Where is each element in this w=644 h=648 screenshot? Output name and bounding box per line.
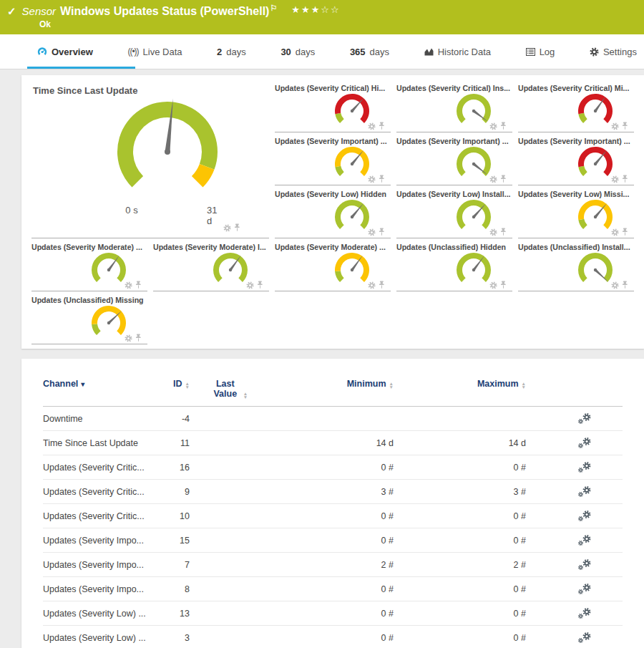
tab-2-days[interactable]: 2 days (214, 34, 249, 69)
channel-gauge-panel: Updates (Severity Low) Install... (396, 190, 512, 238)
sensor-kind-label: Sensor (22, 4, 57, 19)
id-cell: 10 (165, 511, 190, 521)
gear-icon[interactable] (611, 175, 619, 183)
channel-settings-gears-icon[interactable] (577, 437, 592, 449)
maximum-cell: 0 # (394, 536, 526, 546)
pin-icon[interactable] (379, 175, 385, 183)
pin-icon[interactable] (135, 334, 142, 342)
pin-icon[interactable] (500, 228, 507, 236)
pin-icon[interactable] (379, 228, 385, 236)
pin-icon[interactable] (622, 122, 628, 130)
gauge-max-label: 31 d (207, 205, 221, 226)
maximum-cell: 14 d (394, 438, 526, 448)
star-filled-icon[interactable]: ★ (291, 4, 301, 15)
tab-historic-data[interactable]: Historic Data (421, 34, 494, 69)
star-filled-icon[interactable]: ★ (301, 4, 311, 15)
channel-gauge (331, 251, 374, 289)
channel-gauge (574, 198, 617, 236)
tab-settings[interactable]: Settings (587, 34, 640, 69)
panel-icons (223, 223, 240, 232)
channel-gauge-panel: Updates (Severity Important) ... (275, 137, 391, 185)
channel-gauge-title: Updates (Severity Moderate) I... (153, 243, 269, 251)
pin-icon[interactable] (622, 228, 628, 236)
id-cell: -4 (165, 414, 190, 424)
channel-settings-gears-icon[interactable] (577, 534, 592, 546)
tab-log[interactable]: Log (523, 34, 558, 69)
channel-settings-gears-icon[interactable] (577, 485, 592, 498)
channel-gauge (331, 145, 374, 183)
gear-icon[interactable] (223, 224, 231, 232)
panel-icons (611, 228, 628, 236)
channel-cell: Updates (Severity Critic... (43, 463, 165, 473)
column-header-last-value[interactable]: Last Value▲▼ (190, 379, 268, 399)
panel-icons (246, 281, 263, 289)
gear-icon[interactable] (611, 281, 619, 289)
gear-icon[interactable] (368, 228, 376, 236)
gear-icon[interactable] (489, 175, 497, 183)
column-header-channel[interactable]: Channel▾ (43, 379, 165, 389)
column-header-minimum[interactable]: Minimum▲▼ (268, 379, 394, 389)
gear-icon[interactable] (368, 175, 376, 183)
pin-icon[interactable] (379, 122, 385, 130)
panel-icons (125, 334, 142, 342)
column-header-label: ID (173, 379, 182, 389)
settings-cell (526, 558, 605, 571)
pin-icon[interactable] (234, 223, 240, 232)
gauge-min-label: 0 s (125, 205, 137, 216)
channel-settings-gears-icon[interactable] (577, 510, 592, 522)
minimum-cell: 0 # (268, 511, 394, 521)
gear-icon[interactable] (489, 281, 497, 289)
gear-icon[interactable] (489, 228, 497, 236)
pin-icon[interactable] (500, 122, 507, 130)
pin-icon[interactable] (257, 281, 263, 289)
tab-bar: Overview ((•)) Live Data 2 days 30 days … (0, 34, 644, 69)
star-empty-icon[interactable]: ☆ (331, 4, 341, 15)
star-rating[interactable]: ★★★☆☆ (291, 3, 340, 17)
channel-gauge-panel: Updates (Severity Moderate) ... (275, 243, 391, 291)
column-header-id[interactable]: ID▲▼ (165, 379, 190, 389)
sensor-header: ✓ Sensor Windows Updates Status (PowerSh… (0, 0, 644, 34)
tab-overview[interactable]: Overview (34, 34, 96, 69)
id-cell: 3 (165, 633, 190, 643)
pin-icon[interactable] (622, 281, 628, 289)
gear-icon[interactable] (368, 281, 376, 289)
table-row: Updates (Severity Impo... 7 2 # 2 # (43, 553, 623, 577)
channel-settings-gears-icon[interactable] (577, 412, 592, 425)
main-gauge-block: 0 s 31 d (107, 96, 228, 203)
column-header-label: Maximum (477, 379, 519, 389)
star-filled-icon[interactable]: ★ (311, 4, 321, 15)
channel-settings-gears-icon[interactable] (577, 583, 592, 595)
channel-gauge-title: Updates (Severity Critical) Mi... (518, 84, 634, 92)
gear-icon[interactable] (611, 228, 619, 236)
star-empty-icon[interactable]: ☆ (321, 4, 331, 15)
pin-icon[interactable] (379, 281, 385, 289)
channel-gauge-title: Updates (Unclassified) Install... (518, 243, 634, 251)
gear-icon[interactable] (368, 122, 376, 130)
gear-icon[interactable] (246, 281, 254, 289)
settings-cell (526, 412, 605, 425)
channel-settings-gears-icon[interactable] (577, 461, 592, 473)
gear-icon[interactable] (611, 122, 619, 130)
pin-icon[interactable] (135, 281, 142, 289)
channel-gauge-title: Updates (Severity Critical) Hi... (275, 84, 391, 92)
tab-30-days[interactable]: 30 days (278, 34, 318, 69)
tab-live-data[interactable]: ((•)) Live Data (125, 34, 185, 69)
settings-cell (526, 437, 605, 449)
channel-cell: Updates (Severity Impo... (43, 584, 165, 594)
channel-settings-gears-icon[interactable] (577, 607, 592, 619)
panel-icons (489, 122, 507, 130)
gear-icon[interactable] (489, 122, 497, 130)
column-header-maximum[interactable]: Maximum▲▼ (394, 379, 526, 389)
tab-365-days[interactable]: 365 days (347, 34, 392, 69)
table-row: Updates (Severity Critic... 10 0 # 0 # (43, 504, 623, 528)
pin-icon[interactable] (500, 281, 507, 289)
status-check-icon: ✓ (7, 4, 16, 19)
channel-settings-gears-icon[interactable] (577, 558, 592, 571)
channel-settings-gears-icon[interactable] (577, 632, 592, 644)
gear-icon[interactable] (125, 334, 132, 342)
flag-icon[interactable]: ⚐ (270, 4, 277, 12)
gear-icon[interactable] (125, 281, 132, 289)
pin-icon[interactable] (622, 175, 628, 183)
table-row: Downtime -4 (43, 407, 623, 431)
pin-icon[interactable] (500, 175, 507, 183)
